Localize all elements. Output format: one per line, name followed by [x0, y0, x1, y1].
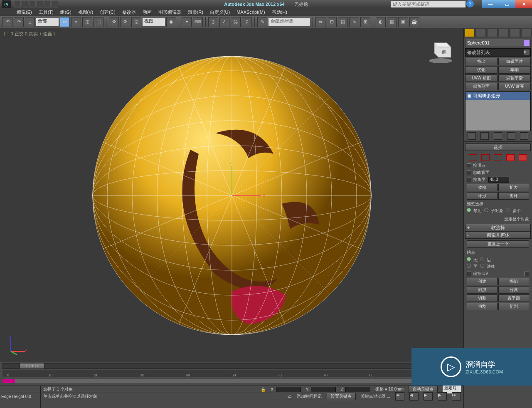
constraint-none-radio[interactable] [467, 257, 471, 261]
mod-optimize-button[interactable]: 优化 [465, 66, 498, 74]
time-tag-icon[interactable]: 🏷 [288, 394, 292, 399]
menu-group[interactable]: 组(G) [60, 9, 71, 15]
subobj-vertex-button[interactable] [469, 154, 477, 161]
remove-mod-icon[interactable] [507, 132, 515, 140]
rollout-softsel-header[interactable]: +软选择 [465, 224, 531, 231]
stack-editablepoly[interactable]: ▣ 可编辑多边形 [466, 92, 530, 100]
menu-tools[interactable]: 工具(T) [39, 9, 54, 15]
rotate-icon[interactable]: ⟳ [120, 17, 130, 27]
viewport[interactable]: [ + 0 正交 0 真实 + 边面 ] 前 [0, 28, 463, 362]
pivot-icon[interactable]: ◉ [166, 17, 176, 27]
align-icon[interactable]: ⊟ [327, 17, 337, 27]
grow-button[interactable]: 扩大 [498, 184, 529, 191]
app-icon[interactable]: ◔ [2, 0, 11, 8]
repeat-last-button[interactable]: 重复上一个 [467, 240, 529, 248]
make-unique-icon[interactable] [494, 132, 502, 140]
mod-extrude-button[interactable]: 挤出 [465, 58, 498, 65]
qa-open-icon[interactable] [22, 1, 28, 7]
schematic-icon[interactable]: ⊞ [360, 17, 370, 27]
lock-icon[interactable]: 🔒 [261, 387, 266, 392]
sphere-object[interactable]: x z y [82, 46, 382, 345]
scale-icon[interactable]: ◱ [131, 17, 141, 27]
tab-modify-icon[interactable] [476, 29, 485, 37]
menu-edit[interactable]: 编辑(E) [17, 9, 32, 15]
undo-icon[interactable]: ↶ [2, 17, 12, 27]
script-mini-listener[interactable] [0, 386, 40, 393]
window-max-button[interactable]: ▭ [499, 0, 515, 8]
modifier-list-dropdown[interactable]: 修改器列表 ▾ [465, 48, 531, 57]
object-name-field[interactable]: Sphere001 [465, 39, 531, 47]
angle-spinner[interactable]: 45.0 [488, 177, 509, 183]
loop-button[interactable]: 循环 [498, 192, 529, 200]
qa-save-icon[interactable] [29, 1, 36, 7]
preview-multi-radio[interactable] [506, 208, 510, 212]
prev-frame-icon[interactable]: ◀ [409, 392, 419, 401]
mirror-icon[interactable]: ⇔ [315, 17, 325, 27]
ignore-back-checkbox[interactable] [467, 171, 471, 175]
mod-unwrap-button[interactable]: UVW 展开 [498, 83, 531, 90]
play-icon[interactable]: ▶ [424, 392, 433, 401]
menu-grapheditors[interactable]: 图形编辑器 [158, 9, 181, 15]
viewport-label[interactable]: [ + 0 正交 0 真实 + 边面 ] [4, 31, 55, 37]
qa-more-icon[interactable] [52, 1, 58, 7]
view-cube[interactable]: 前 [426, 37, 455, 66]
constraint-edge-radio[interactable] [480, 257, 484, 261]
manipulate-icon[interactable]: ✦ [182, 17, 192, 27]
object-color-swatch[interactable] [524, 40, 530, 46]
add-time-tag-label[interactable]: 添加时间标记 [297, 393, 322, 399]
redo-icon[interactable]: ↷ [14, 17, 24, 27]
by-angle-checkbox[interactable] [467, 178, 471, 182]
render-icon[interactable]: ☕ [409, 17, 419, 27]
refcoord-dropdown[interactable]: 视图 [143, 18, 165, 26]
rollout-editgeom-header[interactable]: -编辑几何体 [465, 231, 531, 239]
ring-button[interactable]: 环形 [467, 192, 498, 200]
slice-button[interactable]: 切割 [467, 294, 498, 302]
subobj-element-button[interactable] [519, 154, 527, 161]
window-crossing-button[interactable]: ⬚ [94, 17, 103, 27]
subobj-polygon-button[interactable] [506, 154, 515, 161]
y-coord-input[interactable] [311, 387, 336, 392]
help-icon[interactable]: ? [466, 0, 474, 7]
preview-subobj-radio[interactable] [484, 208, 488, 212]
subobj-border-button[interactable] [494, 154, 502, 161]
shrink-button[interactable]: 收缩 [467, 184, 498, 191]
spinner-snap-icon[interactable]: ⚲ [242, 17, 252, 27]
curve-editor-icon[interactable]: ∿ [349, 17, 359, 27]
material-editor-icon[interactable]: ◐ [376, 17, 386, 27]
collapse-button[interactable]: 塌陷 [498, 278, 529, 285]
select-region-button[interactable]: ◫ [82, 17, 92, 27]
preserve-uv-settings-button[interactable] [525, 272, 529, 276]
create-button[interactable]: 创建 [467, 278, 498, 285]
x-coord-input[interactable] [276, 387, 301, 392]
cut2-button[interactable]: 切割 [498, 303, 529, 310]
menu-modifiers[interactable]: 修改器 [122, 9, 136, 15]
constraint-normal-radio[interactable] [480, 264, 484, 268]
qa-undo-icon[interactable] [37, 1, 43, 7]
render-frame-icon[interactable]: ▣ [398, 17, 408, 27]
move-icon[interactable]: ✥ [109, 17, 119, 27]
qa-new-icon[interactable] [14, 1, 21, 7]
layers-icon[interactable]: ▤ [338, 17, 348, 27]
window-close-button[interactable]: ✕ [515, 0, 532, 8]
window-min-button[interactable]: — [482, 0, 499, 8]
mod-bevelprofile-button[interactable]: 倒角剖面 [465, 83, 498, 90]
keyfilter-button[interactable]: 关键点过滤器 ... [361, 393, 390, 399]
tab-motion-icon[interactable] [499, 29, 508, 37]
tab-utilities-icon[interactable] [522, 29, 531, 37]
track-key-icon[interactable] [2, 379, 15, 383]
modifier-stack[interactable]: ▣ 可编辑多边形 [465, 91, 531, 131]
by-vertex-checkbox[interactable] [467, 163, 471, 168]
qa-redo-icon[interactable] [44, 1, 51, 7]
constraint-face-radio[interactable] [467, 264, 471, 268]
goto-start-icon[interactable]: ⏮ [395, 392, 404, 401]
help-search-input[interactable]: 键入关键字或短语 [391, 1, 466, 7]
cut-button[interactable]: 切割 [467, 303, 498, 310]
configure-sets-icon[interactable] [520, 132, 528, 140]
tab-hierarchy-icon[interactable] [488, 29, 497, 37]
preview-off-radio[interactable] [467, 208, 471, 212]
percent-snap-icon[interactable]: % [231, 17, 241, 27]
keyboard-icon[interactable]: ⌨ [193, 17, 203, 27]
next-frame-icon[interactable]: ▶ [438, 392, 447, 401]
menu-create[interactable]: 创建(C) [100, 9, 115, 15]
time-slider-track[interactable]: 0 / 100 [2, 363, 461, 369]
